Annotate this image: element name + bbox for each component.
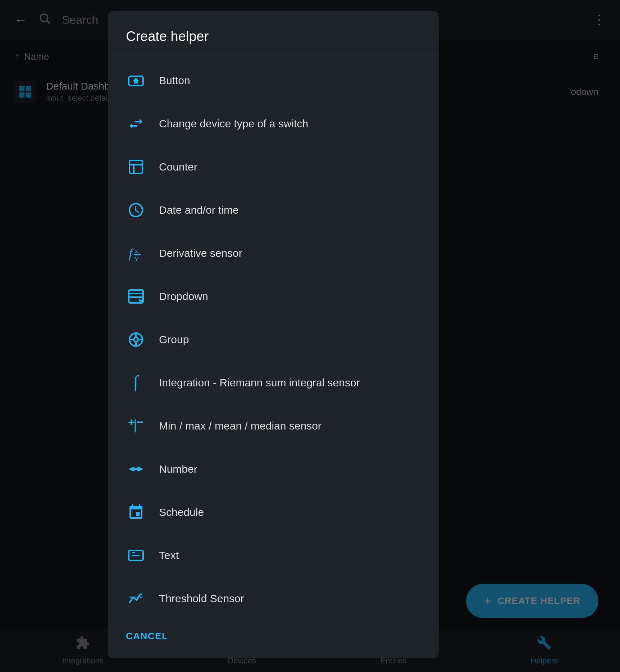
dialog-item-date-time[interactable]: Date and/or time <box>108 189 439 232</box>
svg-text:−: − <box>137 417 143 428</box>
text-icon <box>126 545 146 566</box>
counter-icon <box>126 157 146 177</box>
dropdown-icon <box>126 286 146 307</box>
group-icon <box>126 330 146 350</box>
text-label: Text <box>159 549 179 562</box>
schedule-label: Schedule <box>159 506 204 518</box>
schedule-icon <box>126 502 146 522</box>
dialog-list[interactable]: Button Change device type of a switch Co… <box>108 59 439 620</box>
dialog-item-threshold[interactable]: Threshold Sensor <box>108 577 439 620</box>
dialog-item-dropdown[interactable]: Dropdown <box>108 275 439 318</box>
svg-text:∫: ∫ <box>132 374 139 391</box>
dialog-item-text[interactable]: Text <box>108 534 439 577</box>
dialog-item-minmax[interactable]: + − Min / max / mean / median sensor <box>108 404 439 448</box>
svg-point-28 <box>132 468 135 471</box>
change-device-type-label: Change device type of a switch <box>159 118 308 130</box>
button-label: Button <box>159 74 190 87</box>
minmax-icon: + − <box>126 416 146 436</box>
create-helper-dialog: Create helper Button Change device type … <box>108 11 439 658</box>
clock-icon <box>126 200 146 220</box>
svg-rect-7 <box>129 160 142 173</box>
integration-label: Integration - Riemann sum integral senso… <box>159 377 360 389</box>
dialog-item-counter[interactable]: Counter <box>108 145 439 189</box>
svg-text:f: f <box>129 246 134 260</box>
dialog-footer: CANCEL <box>108 620 439 658</box>
dialog-item-schedule[interactable]: Schedule <box>108 491 439 534</box>
dialog-item-number[interactable]: Number <box>108 448 439 491</box>
svg-text:y: y <box>135 253 138 262</box>
date-time-label: Date and/or time <box>159 204 239 216</box>
threshold-label: Threshold Sensor <box>159 592 244 605</box>
dropdown-label: Dropdown <box>159 290 208 303</box>
dialog-divider <box>108 55 439 55</box>
number-label: Number <box>159 463 197 475</box>
dialog-title: Create helper <box>108 11 439 55</box>
cancel-button[interactable]: CANCEL <box>126 627 168 645</box>
switch-icon <box>126 114 146 134</box>
integral-icon: ∫ <box>126 373 146 393</box>
group-label: Group <box>159 333 189 346</box>
number-icon <box>126 459 146 479</box>
svg-point-29 <box>137 468 140 471</box>
svg-point-18 <box>134 337 138 342</box>
derivative-label: Derivative sensor <box>159 247 242 259</box>
minmax-label: Min / max / mean / median sensor <box>159 420 322 432</box>
threshold-icon <box>126 589 146 609</box>
dialog-item-integration[interactable]: ∫ Integration - Riemann sum integral sen… <box>108 361 439 404</box>
button-icon <box>126 71 146 91</box>
dialog-item-derivative[interactable]: f x y Derivative sensor <box>108 232 439 275</box>
dialog-item-group[interactable]: Group <box>108 318 439 361</box>
svg-text:+: + <box>128 417 135 428</box>
derivative-icon: f x y <box>126 243 146 263</box>
dialog-item-change-device-type[interactable]: Change device type of a switch <box>108 102 439 145</box>
dialog-item-button[interactable]: Button <box>108 59 439 102</box>
counter-label: Counter <box>159 161 197 173</box>
